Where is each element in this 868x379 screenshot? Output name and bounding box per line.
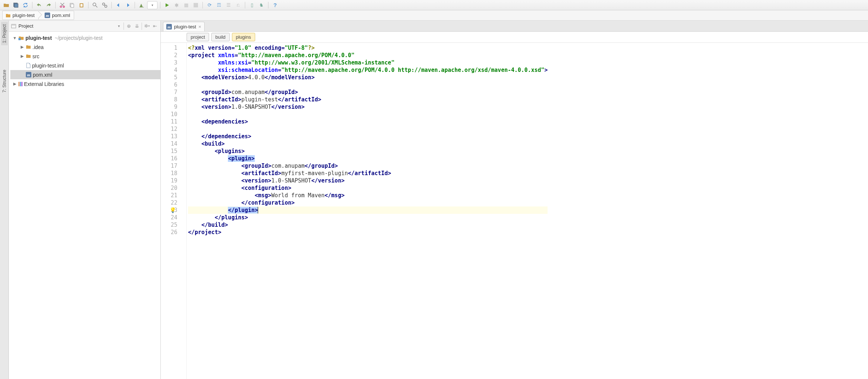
save-all-icon[interactable] <box>12 1 20 9</box>
vcs-commit-icon[interactable]: ☶ <box>215 1 223 9</box>
forward-icon[interactable] <box>124 1 132 9</box>
crumb-plugins[interactable]: plugins <box>232 33 255 41</box>
project-panel-header: Project ▾ ⊕ ⇊ ✲▾ ⇤ <box>9 21 160 32</box>
stop-icon[interactable] <box>192 1 200 9</box>
vcs-revert-icon[interactable]: ⎌ <box>234 1 242 9</box>
sync-icon[interactable] <box>21 1 29 9</box>
tree-file-pom[interactable]: m pom.xml <box>10 70 160 79</box>
code-content[interactable]: <?xml version="1.0" encoding="UTF-8"?><p… <box>187 43 548 379</box>
copy-icon[interactable] <box>68 1 76 9</box>
tree-folder-src[interactable]: ▶ src <box>10 52 160 61</box>
debug-icon[interactable] <box>173 1 181 9</box>
open-icon[interactable] <box>2 1 10 9</box>
folder-icon <box>6 13 11 18</box>
coverage-icon[interactable]: ▦ <box>182 1 190 9</box>
breadcrumb-item-project[interactable]: plugin-test <box>2 11 39 20</box>
project-panel-title[interactable]: Project <box>11 23 117 29</box>
intention-bulb-icon[interactable]: 💡 <box>170 206 176 214</box>
svg-point-3 <box>63 6 65 7</box>
editor-tab-plugintest[interactable]: m plugin-test × <box>163 22 205 31</box>
crumb-project[interactable]: project <box>187 33 209 41</box>
hide-icon[interactable]: ⇤ <box>152 23 158 29</box>
project-tree: ▼ plugin-test ~/projects/plugin-test ▶ .… <box>9 32 160 88</box>
run-config-dropdown[interactable]: ▾ <box>147 1 157 9</box>
module-folder-icon <box>18 35 24 41</box>
svg-rect-12 <box>194 3 198 7</box>
folder-icon <box>26 45 31 49</box>
chevron-down-icon[interactable]: ▼ <box>13 36 17 40</box>
vcs-update-icon[interactable]: ⟳ <box>205 1 213 9</box>
breadcrumb-label: plugin-test <box>13 13 35 18</box>
help-icon[interactable]: ? <box>271 1 279 9</box>
breadcrumb-label: pom.xml <box>52 13 70 18</box>
chevron-right-icon[interactable]: ▶ <box>13 81 17 86</box>
svg-rect-14 <box>11 24 16 25</box>
editor-area: m plugin-test × project build plugins 12… <box>161 21 868 379</box>
svg-point-8 <box>93 3 96 6</box>
sdk-icon[interactable]: ♞ <box>257 1 265 9</box>
cut-icon[interactable] <box>58 1 66 9</box>
redo-icon[interactable] <box>45 1 53 9</box>
back-icon[interactable] <box>114 1 122 9</box>
navigation-breadcrumb: plugin-test m pom.xml <box>0 10 868 21</box>
close-tab-icon[interactable]: × <box>198 24 201 29</box>
project-panel: Project ▾ ⊕ ⇊ ✲▾ ⇤ ▼ plugin-test ~/proje… <box>9 21 161 379</box>
folder-icon <box>26 54 31 59</box>
maven-icon: m <box>26 72 31 77</box>
breadcrumb-item-file[interactable]: m pom.xml <box>38 11 74 20</box>
tree-file-iml[interactable]: plugin-test.iml <box>10 61 160 70</box>
run-icon[interactable] <box>163 1 171 9</box>
build-icon[interactable] <box>138 1 146 9</box>
view-mode-dropdown[interactable]: ▾ <box>118 24 120 28</box>
tree-folder-idea[interactable]: ▶ .idea <box>10 42 160 52</box>
main-toolbar: ▾ ▦ ⟳ ☶ ☰ ⎌ ▯ ♞ ? <box>0 0 868 10</box>
vcs-history-icon[interactable]: ☰ <box>225 1 233 9</box>
collapse-all-icon[interactable]: ⇊ <box>133 23 140 29</box>
find-icon[interactable] <box>91 1 99 9</box>
editor-tabs: m plugin-test × <box>161 21 868 32</box>
file-icon <box>26 63 31 68</box>
replace-icon[interactable] <box>101 1 109 9</box>
project-view-icon <box>11 24 16 29</box>
undo-icon[interactable] <box>35 1 43 9</box>
avd-icon[interactable]: ▯ <box>248 1 256 9</box>
svg-rect-5 <box>71 4 74 7</box>
tool-tab-structure[interactable]: 7: Structure <box>1 67 8 95</box>
editor-breadcrumb: project build plugins <box>161 32 868 43</box>
libraries-icon <box>18 82 22 86</box>
scroll-to-source-icon[interactable]: ⊕ <box>125 23 132 29</box>
tree-root[interactable]: ▼ plugin-test ~/projects/plugin-test <box>10 33 160 42</box>
paste-icon[interactable] <box>77 1 86 9</box>
settings-icon[interactable]: ✲▾ <box>143 23 150 29</box>
chevron-right-icon[interactable]: ▶ <box>20 45 24 49</box>
code-editor[interactable]: 1234567891011121314151617181920212223💡24… <box>161 43 868 379</box>
svg-rect-1 <box>14 4 18 7</box>
left-tool-tabs: 1: Project 7: Structure <box>0 21 9 379</box>
maven-icon: m <box>45 13 50 18</box>
tree-external-libs[interactable]: ▶ External Libraries <box>10 79 160 88</box>
svg-point-2 <box>60 6 62 7</box>
tool-tab-project[interactable]: 1: Project <box>1 22 8 45</box>
chevron-right-icon[interactable]: ▶ <box>20 54 24 59</box>
crumb-build[interactable]: build <box>211 33 229 41</box>
svg-rect-7 <box>80 4 83 7</box>
svg-point-11 <box>175 4 178 7</box>
line-gutter: 1234567891011121314151617181920212223💡24… <box>161 43 187 379</box>
maven-icon: m <box>166 24 172 29</box>
svg-rect-15 <box>18 38 21 40</box>
